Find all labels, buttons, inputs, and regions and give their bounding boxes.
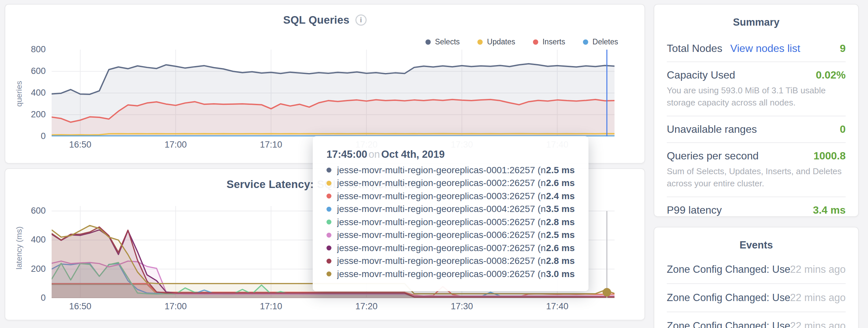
summary-panel-title: Summary	[667, 17, 846, 28]
event-time: 22 mins ago	[790, 264, 846, 275]
legend-dot	[477, 39, 483, 45]
tooltip-node-row: jesse-movr-multi-region-georeplicas-0009…	[327, 267, 575, 281]
node-color-dot	[327, 194, 332, 198]
legend-label: Updates	[487, 37, 515, 46]
event-row[interactable]: Zone Config Changed: User…22 mins ago	[667, 256, 846, 284]
node-latency-value: 2.6 ms	[546, 178, 575, 188]
summary-row: Total NodesView nodes list9	[667, 35, 846, 62]
legend-dot	[426, 39, 431, 45]
node-name: jesse-movr-multi-region-georeplicas-0009…	[337, 269, 546, 280]
legend-item-inserts[interactable]: Inserts	[533, 37, 565, 46]
tooltip-node-row: jesse-movr-multi-region-georeplicas-0003…	[327, 190, 575, 203]
summary-row-value: 0	[840, 123, 846, 135]
summary-row-label: Unavailable ranges	[667, 123, 757, 135]
event-time: 22 mins ago	[790, 292, 846, 304]
info-icon[interactable]: i	[355, 14, 367, 26]
node-name: jesse-movr-multi-region-georeplicas-0004…	[337, 204, 546, 214]
node-color-dot	[327, 233, 332, 238]
legend-label: Inserts	[542, 37, 565, 46]
tooltip-time: 17:45:00	[327, 149, 367, 160]
x-tick-label: 17:30	[444, 301, 480, 311]
y-tick-label: 400	[13, 235, 46, 245]
x-tick-label: 17:10	[253, 140, 289, 150]
event-text: Zone Config Changed: User…	[667, 292, 790, 304]
event-rows: Zone Config Changed: User…22 mins agoZon…	[667, 256, 846, 328]
sql-queries-legend: SelectsUpdatesInsertsDeletes	[426, 37, 618, 46]
events-panel: Events Zone Config Changed: User…22 mins…	[654, 227, 859, 328]
view-nodes-list-link[interactable]: View nodes list	[730, 42, 800, 55]
node-color-dot	[327, 271, 332, 276]
sql-queries-title-row: SQL Queries i	[5, 14, 644, 26]
tooltip-node-row: jesse-movr-multi-region-georeplicas-0007…	[327, 241, 575, 255]
tooltip-node-row: jesse-movr-multi-region-georeplicas-0005…	[327, 216, 575, 229]
x-tick-label: 17:10	[253, 301, 289, 311]
x-tick-label: 16:50	[62, 301, 98, 311]
event-text: Zone Config Changed: User…	[667, 320, 790, 328]
summary-row-subtext: You are using 593.0 MiB of 3.1 TiB usabl…	[667, 85, 846, 109]
y-tick-label: 600	[13, 66, 46, 76]
events-panel-title: Events	[667, 239, 846, 251]
cluster-overview-page: SQL Queries i SelectsUpdatesInsertsDelet…	[0, 0, 868, 328]
sql-queries-title: SQL Queries	[283, 14, 349, 26]
tooltip-node-row: jesse-movr-multi-region-georeplicas-0001…	[327, 164, 575, 177]
x-tick-label: 16:50	[62, 140, 98, 150]
node-latency-value: 2.5 ms	[546, 230, 575, 240]
legend-item-deletes[interactable]: Deletes	[583, 37, 618, 46]
summary-rows: Total NodesView nodes list9Capacity Used…	[667, 35, 846, 223]
summary-row: Capacity Used0.02%You are using 593.0 Mi…	[667, 62, 846, 116]
node-color-dot	[327, 245, 332, 251]
x-tick-label: 17:40	[539, 301, 576, 311]
y-tick-label: 200	[13, 264, 46, 274]
summary-row-value: 1000.8	[813, 150, 846, 162]
tooltip-timestamp: 17:45:00onOct 4th, 2019	[327, 149, 575, 160]
y-axis-label: latency (ms)	[14, 226, 24, 269]
legend-label: Deletes	[592, 37, 618, 46]
node-name: jesse-movr-multi-region-georeplicas-0003…	[337, 191, 546, 201]
node-name: jesse-movr-multi-region-georeplicas-0008…	[337, 256, 546, 266]
summary-row-label: Total Nodes	[667, 42, 722, 55]
node-latency-value: 2.8 ms	[546, 256, 575, 266]
node-latency-value: 2.5 ms	[546, 165, 575, 175]
node-name: jesse-movr-multi-region-georeplicas-0007…	[337, 243, 546, 253]
x-tick-label: 17:00	[157, 140, 194, 150]
node-latency-value: 3.5 ms	[546, 204, 575, 214]
tooltip-node-row: jesse-movr-multi-region-georeplicas-0004…	[327, 203, 575, 216]
chart-tooltip: 17:45:00onOct 4th, 2019 jesse-movr-multi…	[313, 136, 589, 291]
node-color-dot	[327, 220, 332, 225]
summary-row: Unavailable ranges0	[667, 116, 846, 143]
node-name: jesse-movr-multi-region-georeplicas-0006…	[337, 230, 546, 240]
tooltip-connector: on	[367, 149, 381, 160]
y-tick-label: 800	[13, 44, 46, 55]
summary-row-label: Queries per second	[667, 150, 758, 162]
y-tick-label: 600	[13, 206, 46, 216]
tooltip-node-row: jesse-movr-multi-region-georeplicas-0008…	[327, 255, 575, 268]
y-tick-label: 0	[13, 131, 46, 141]
y-tick-label: 200	[13, 109, 46, 120]
event-row[interactable]: Zone Config Changed: User…22 mins ago	[667, 312, 846, 328]
node-latency-value: 2.6 ms	[546, 243, 575, 253]
event-text: Zone Config Changed: User…	[667, 264, 790, 275]
tooltip-date: Oct 4th, 2019	[381, 149, 445, 160]
legend-label: Selects	[435, 37, 460, 46]
node-latency-value: 3.0 ms	[546, 269, 575, 280]
node-latency-value: 2.4 ms	[546, 191, 575, 201]
tooltip-node-rows: jesse-movr-multi-region-georeplicas-0001…	[327, 164, 575, 281]
sql-queries-chart[interactable]	[52, 50, 615, 136]
node-color-dot	[327, 259, 332, 264]
legend-item-selects[interactable]: Selects	[426, 37, 460, 46]
node-name: jesse-movr-multi-region-georeplicas-0001…	[337, 165, 546, 175]
node-name: jesse-movr-multi-region-georeplicas-0005…	[337, 217, 546, 227]
node-name: jesse-movr-multi-region-georeplicas-0002…	[337, 178, 546, 188]
legend-item-updates[interactable]: Updates	[477, 37, 515, 46]
legend-dot	[583, 39, 588, 45]
event-row[interactable]: Zone Config Changed: User…22 mins ago	[667, 284, 846, 312]
event-time: 22 mins ago	[790, 320, 846, 328]
node-color-dot	[327, 168, 332, 172]
summary-row-value: 0.02%	[816, 69, 846, 81]
summary-row-label: P99 latency	[667, 204, 722, 216]
node-color-dot	[327, 181, 332, 186]
tooltip-node-row: jesse-movr-multi-region-georeplicas-0002…	[327, 177, 575, 190]
tooltip-node-row: jesse-movr-multi-region-georeplicas-0006…	[327, 229, 575, 242]
summary-row: P99 latency3.4 ms	[667, 197, 846, 223]
node-latency-value: 2.8 ms	[546, 217, 575, 227]
